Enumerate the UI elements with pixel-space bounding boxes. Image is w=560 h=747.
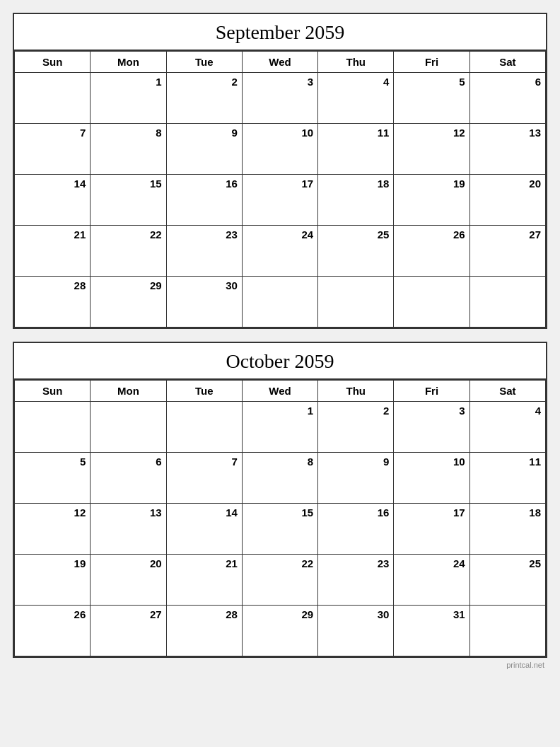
table-row: 21 xyxy=(15,226,91,277)
table-row: 6 xyxy=(469,73,545,124)
table-row: 25 xyxy=(318,226,394,277)
table-row: 24 xyxy=(394,555,469,606)
table-row: 30 xyxy=(318,606,394,656)
table-row xyxy=(394,277,469,328)
table-row: 19 xyxy=(15,555,91,606)
day-header-sat: Sat xyxy=(469,381,545,402)
table-row: 28 xyxy=(15,277,91,328)
table-row: 17 xyxy=(242,175,317,226)
table-row xyxy=(469,277,545,328)
day-header-fri: Fri xyxy=(394,381,469,402)
table-row: 23 xyxy=(166,226,242,277)
table-row: 30 xyxy=(166,277,242,328)
table-row: 26 xyxy=(15,606,91,656)
day-header-tue: Tue xyxy=(166,52,242,73)
watermark: printcal.net xyxy=(13,661,547,669)
table-row: 11 xyxy=(318,124,394,175)
day-header-tue: Tue xyxy=(166,381,242,402)
table-row: 2 xyxy=(318,402,394,453)
table-row: 10 xyxy=(394,453,469,504)
table-row: 22 xyxy=(242,555,317,606)
table-row: 3 xyxy=(394,402,469,453)
table-row: 31 xyxy=(394,606,469,656)
table-row: 8 xyxy=(242,453,317,504)
table-row xyxy=(318,277,394,328)
table-row: 26 xyxy=(394,226,469,277)
table-row: 16 xyxy=(166,175,242,226)
table-row: 7 xyxy=(166,453,242,504)
table-row: 20 xyxy=(91,555,166,606)
day-header-sun: Sun xyxy=(15,52,91,73)
calendar-title-sept-2059: September 2059 xyxy=(14,14,546,51)
day-header-wed: Wed xyxy=(242,381,317,402)
calendar-oct-2059: October 2059SunMonTueWedThuFriSat1234567… xyxy=(13,342,547,658)
table-row: 11 xyxy=(469,453,545,504)
table-row: 25 xyxy=(469,555,545,606)
table-row: 1 xyxy=(91,73,166,124)
table-row: 20 xyxy=(469,175,545,226)
table-row: 7 xyxy=(15,124,91,175)
table-row: 12 xyxy=(394,124,469,175)
table-row: 27 xyxy=(469,226,545,277)
day-header-thu: Thu xyxy=(318,52,394,73)
table-row: 29 xyxy=(91,277,166,328)
table-row: 9 xyxy=(166,124,242,175)
table-row: 10 xyxy=(242,124,317,175)
day-header-thu: Thu xyxy=(318,381,394,402)
day-header-wed: Wed xyxy=(242,52,317,73)
table-row: 4 xyxy=(318,73,394,124)
calendar-sept-2059: September 2059SunMonTueWedThuFriSat12345… xyxy=(13,13,547,329)
table-row xyxy=(15,402,91,453)
table-row: 8 xyxy=(91,124,166,175)
table-row: 15 xyxy=(91,175,166,226)
table-row xyxy=(15,73,91,124)
table-row: 6 xyxy=(91,453,166,504)
table-row xyxy=(242,277,317,328)
table-row: 5 xyxy=(394,73,469,124)
table-row: 12 xyxy=(15,504,91,555)
table-row: 23 xyxy=(318,555,394,606)
table-row: 14 xyxy=(15,175,91,226)
table-row: 19 xyxy=(394,175,469,226)
table-row: 27 xyxy=(91,606,166,656)
day-header-mon: Mon xyxy=(91,381,166,402)
day-header-fri: Fri xyxy=(394,52,469,73)
table-row: 24 xyxy=(242,226,317,277)
table-row: 17 xyxy=(394,504,469,555)
table-row: 18 xyxy=(469,504,545,555)
table-row: 22 xyxy=(91,226,166,277)
table-row: 15 xyxy=(242,504,317,555)
table-row: 1 xyxy=(242,402,317,453)
table-row: 4 xyxy=(469,402,545,453)
table-row: 14 xyxy=(166,504,242,555)
table-row: 2 xyxy=(166,73,242,124)
day-header-mon: Mon xyxy=(91,52,166,73)
table-row: 13 xyxy=(469,124,545,175)
table-row: 21 xyxy=(166,555,242,606)
table-row: 29 xyxy=(242,606,317,656)
day-header-sun: Sun xyxy=(15,381,91,402)
table-row: 13 xyxy=(91,504,166,555)
table-row: 3 xyxy=(242,73,317,124)
calendar-title-oct-2059: October 2059 xyxy=(14,343,546,380)
table-row xyxy=(91,402,166,453)
table-row xyxy=(469,606,545,656)
table-row: 28 xyxy=(166,606,242,656)
table-row xyxy=(166,402,242,453)
table-row: 9 xyxy=(318,453,394,504)
table-row: 18 xyxy=(318,175,394,226)
table-row: 16 xyxy=(318,504,394,555)
day-header-sat: Sat xyxy=(469,52,545,73)
table-row: 5 xyxy=(15,453,91,504)
